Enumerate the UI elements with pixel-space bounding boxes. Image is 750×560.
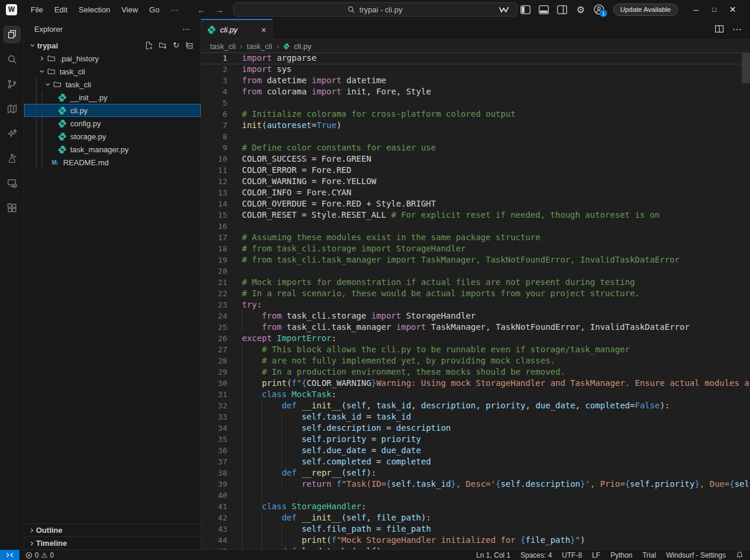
code-line[interactable]: 35 self.priority = priority — [201, 434, 750, 445]
timeline-section[interactable]: Timeline — [24, 536, 201, 549]
explorer-more-actions-icon[interactable]: ⋯ — [182, 25, 191, 34]
update-available-button[interactable]: Update Available — [613, 4, 678, 16]
code-line[interactable]: 29 # In a production environment, these … — [201, 366, 750, 378]
toggle-sidebar-icon[interactable] — [520, 4, 531, 15]
code-line[interactable]: 4from colorama import init, Fore, Style — [201, 86, 750, 97]
tree-item-storage-py[interactable]: storage.py — [24, 130, 201, 143]
tree-root-trypai[interactable]: trypai ↻ — [24, 39, 201, 52]
tree-item--init-py[interactable]: __init__.py — [24, 91, 201, 104]
notifications-bell-icon[interactable] — [736, 551, 744, 559]
tree-item-task-cli[interactable]: task_cli — [24, 78, 201, 91]
outline-section[interactable]: Outline — [24, 523, 201, 536]
code-line[interactable]: 25 from task_cli.task_manager import Tas… — [201, 322, 750, 333]
tree-item-readme-md[interactable]: M↓README.md — [24, 156, 201, 169]
status-windsurf-settings[interactable]: Windsurf - Settings — [666, 551, 726, 559]
collapse-folders-icon[interactable] — [185, 41, 194, 50]
code-line[interactable]: 16 — [201, 221, 750, 232]
breadcrumb-task-cli-2[interactable]: task_cli — [247, 42, 272, 51]
menu-more[interactable]: ··· — [166, 4, 183, 16]
nav-back-icon[interactable]: ← — [197, 5, 206, 15]
problems-status[interactable]: 0 ⚠ 0 — [25, 551, 54, 559]
window-close-button[interactable]: ✕ — [723, 0, 742, 19]
code-line[interactable]: 38 def __repr__(self): — [201, 467, 750, 479]
code-line[interactable]: 32 def __init__(self, task_id, descripti… — [201, 400, 750, 411]
status-cursor-position[interactable]: Ln 1, Col 1 — [476, 551, 510, 559]
menu-file[interactable]: File — [26, 4, 48, 16]
toggle-panel-icon[interactable] — [539, 4, 549, 15]
code-line[interactable]: 42 def __init__(self, file_path): — [201, 512, 750, 523]
code-line[interactable]: 30 print(f"{COLOR_WARNING}Warning: Using… — [201, 378, 750, 389]
code-line[interactable]: 13COLOR_INFO = Fore.CYAN — [201, 187, 750, 198]
status-encoding[interactable]: UTF-8 — [562, 551, 582, 559]
code-line[interactable]: 34 self.description = description — [201, 423, 750, 434]
code-line[interactable]: 21# Mock imports for demonstration if ac… — [201, 277, 750, 288]
code-editor[interactable]: 1import argparse2import sys3from datetim… — [201, 53, 750, 549]
tree-item-task-cli[interactable]: task_cli — [24, 65, 201, 78]
code-line[interactable]: 27 # This block allows the cli.py to be … — [201, 344, 750, 355]
nav-forward-icon[interactable]: → — [215, 5, 224, 15]
code-line[interactable]: 14COLOR_OVERDUE = Fore.RED + Style.BRIGH… — [201, 198, 750, 209]
code-line[interactable]: 5 — [201, 97, 750, 109]
tab-cli-py[interactable]: cli.py × — [201, 19, 273, 40]
tree-item-task-manager-py[interactable]: task_manager.py — [24, 143, 201, 156]
code-line[interactable]: 36 self.due_date = due_date — [201, 445, 750, 456]
toggle-secondary-sidebar-icon[interactable] — [557, 4, 568, 15]
status-trial-status[interactable]: Trial — [643, 551, 656, 559]
code-line[interactable]: 39 return f"Task(ID={self.task_id}, Desc… — [201, 479, 750, 490]
code-line[interactable]: 1import argparse — [201, 53, 750, 64]
code-line[interactable]: 24 from task_cli.storage import StorageH… — [201, 310, 750, 322]
code-line[interactable]: 19# from task_cli.task_manager import Ta… — [201, 254, 750, 266]
tab-close-icon[interactable]: × — [261, 25, 266, 35]
tree-item--pai-history[interactable]: .pai_history — [24, 52, 201, 65]
code-line[interactable]: 7init(autoreset=True) — [201, 120, 750, 131]
account-icon[interactable]: 1 — [594, 4, 604, 15]
windsurf-logo-icon[interactable]: W — [6, 4, 17, 15]
code-line[interactable]: 43 self.file_path = file_path — [201, 523, 750, 535]
code-line[interactable]: 8 — [201, 131, 750, 142]
settings-gear-icon[interactable]: ⚙ — [575, 4, 586, 15]
breadcrumb-task-cli-1[interactable]: task_cli — [210, 42, 235, 51]
status-eol[interactable]: LF — [592, 551, 600, 559]
activity-search-icon[interactable] — [0, 47, 24, 71]
code-line[interactable]: 15COLOR_RESET = Style.RESET_ALL # For ex… — [201, 209, 750, 221]
window-maximize-button[interactable]: □ — [705, 0, 723, 19]
menu-selection[interactable]: Selection — [74, 4, 114, 16]
code-line[interactable]: 3from datetime import datetime — [201, 75, 750, 86]
command-center-search[interactable]: trypai - cli.py — [233, 2, 518, 17]
refresh-icon[interactable]: ↻ — [173, 41, 179, 50]
code-line[interactable]: 33 self.task_id = task_id — [201, 411, 750, 423]
menu-view[interactable]: View — [117, 4, 143, 16]
menu-go[interactable]: Go — [145, 4, 164, 16]
tree-item-config-py[interactable]: config.py — [24, 117, 201, 130]
tree-item-cli-py[interactable]: cli.py — [24, 104, 201, 117]
activity-explorer-icon[interactable] — [0, 22, 24, 47]
activity-source-control-icon[interactable] — [0, 71, 24, 96]
code-line[interactable]: 9# Define color constants for easier use — [201, 142, 750, 153]
activity-remote-devices-icon[interactable] — [0, 171, 24, 195]
new-file-icon[interactable] — [145, 41, 153, 50]
code-line[interactable]: 11COLOR_ERROR = Fore.RED — [201, 165, 750, 176]
new-folder-icon[interactable] — [159, 41, 167, 50]
code-line[interactable]: 23try: — [201, 299, 750, 310]
code-line[interactable]: 10COLOR_SUCCESS = Fore.GREEN — [201, 153, 750, 165]
activity-map-icon[interactable] — [0, 96, 24, 121]
breadcrumb-cli-py[interactable]: cli.py — [294, 42, 312, 51]
activity-run-flask-icon[interactable] — [0, 146, 24, 171]
code-line[interactable]: 2import sys — [201, 64, 750, 75]
code-line[interactable]: 20 — [201, 266, 750, 277]
scrollbar-thumb[interactable] — [742, 53, 750, 83]
activity-extensions-icon[interactable] — [0, 195, 24, 220]
remote-indicator[interactable] — [0, 550, 19, 560]
code-line[interactable]: 18# from task_cli.storage import Storage… — [201, 243, 750, 254]
menu-edit[interactable]: Edit — [50, 4, 72, 16]
split-editor-icon[interactable] — [715, 24, 724, 34]
code-line[interactable]: 44 print(f"Mock StorageHandler initializ… — [201, 535, 750, 546]
code-line[interactable]: 28 # are not fully implemented yet, by p… — [201, 355, 750, 366]
code-line[interactable]: 37 self.completed = completed — [201, 456, 750, 467]
code-line[interactable]: 41 class StorageHandler: — [201, 501, 750, 512]
code-line[interactable]: 12COLOR_WARNING = Fore.YELLOW — [201, 176, 750, 187]
window-minimize-button[interactable]: – — [687, 0, 705, 19]
status-indentation[interactable]: Spaces: 4 — [520, 551, 552, 559]
code-line[interactable]: 17# Assuming these modules exist in the … — [201, 232, 750, 243]
status-language-mode[interactable]: Python — [610, 551, 632, 559]
